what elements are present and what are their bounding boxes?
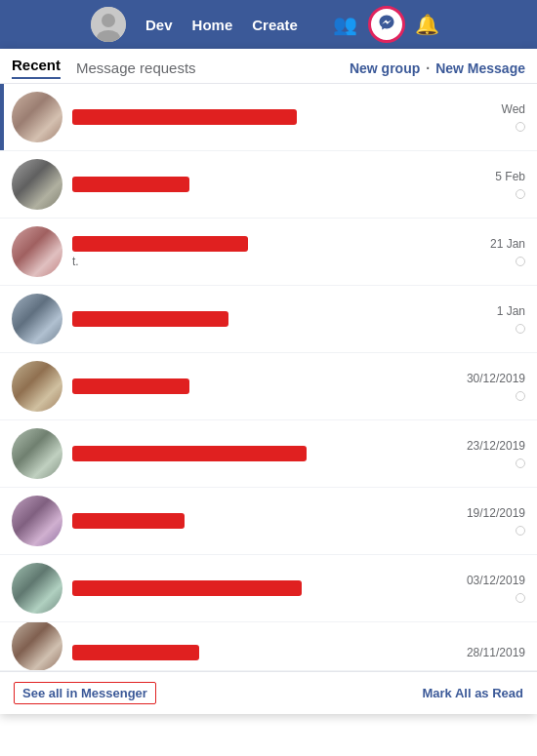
messenger-icon-button[interactable] [368,6,405,43]
message-date: 5 Feb [495,170,525,183]
redacted-name-bar [72,236,248,252]
message-meta: 19/12/2019 [457,506,525,536]
new-message-link[interactable]: New Message [435,60,525,76]
list-item[interactable]: 30/12/2019 [0,353,537,420]
list-item[interactable]: 19/12/2019 [0,488,537,555]
messenger-dropdown: Recent Message requests New group · New … [0,49,537,714]
status-dot [516,526,525,536]
status-dot [516,458,525,468]
avatar [12,92,62,142]
nav-create-link[interactable]: Create [252,17,298,33]
redacted-name-bar [72,378,189,394]
header-actions: New group · New Message [350,60,525,76]
redacted-name-bar [72,177,189,192]
panel-header: Recent Message requests New group · New … [0,49,537,84]
message-content [72,109,447,125]
messenger-icon [378,14,395,36]
message-date: 03/12/2019 [467,574,525,587]
people-icon-button[interactable]: 👥 [327,6,364,43]
message-meta: Wed [457,102,525,132]
avatar [12,361,62,412]
notifications-icon-button[interactable]: 🔔 [409,6,446,43]
redacted-name-bar [72,645,199,660]
svg-point-1 [102,14,115,27]
message-content [72,446,447,461]
message-list: Wed 5 Feb t. [0,84,537,671]
redacted-name-bar [72,513,185,529]
status-dot [516,324,525,334]
list-item[interactable]: 23/12/2019 [0,420,537,488]
message-content [72,177,447,192]
message-date: 23/12/2019 [467,439,525,453]
list-item[interactable]: 03/12/2019 [0,555,537,622]
message-content [72,580,447,596]
redacted-name-bar [72,580,302,596]
avatar [12,428,62,479]
message-meta: 30/12/2019 [457,372,525,401]
list-item[interactable]: t. 21 Jan [0,219,537,286]
message-date: 28/11/2019 [467,646,525,659]
mark-all-as-read-button[interactable]: Mark All as Read [422,686,523,700]
status-dot [516,391,525,401]
list-item[interactable]: 28/11/2019 [0,622,537,671]
status-dot [516,257,525,266]
status-dot [516,593,525,603]
avatar [12,159,62,210]
message-content [72,311,447,327]
message-date: 21 Jan [490,237,525,251]
message-content [72,378,447,394]
message-content: t. [72,236,447,268]
nav-home-link[interactable]: Home [192,17,233,33]
see-all-messenger-link[interactable]: See all in Messenger [14,682,156,704]
message-preview: t. [72,255,447,268]
list-item[interactable]: 1 Jan [0,286,537,353]
status-dot [516,189,525,199]
new-group-link[interactable]: New group [350,60,420,76]
message-meta: 23/12/2019 [457,439,525,468]
list-item[interactable]: Wed [0,84,537,151]
message-date: 19/12/2019 [467,506,525,520]
message-content [72,513,447,529]
bell-icon: 🔔 [415,13,439,36]
redacted-name-bar [72,311,228,327]
user-avatar[interactable] [91,7,126,42]
tab-recent[interactable]: Recent [12,57,61,79]
redacted-name-bar [72,446,307,461]
separator: · [426,60,430,76]
top-navigation: Dev Home Create 👥 🔔 [0,0,537,49]
people-icon: 👥 [333,13,357,36]
avatar [12,563,62,614]
message-meta: 5 Feb [457,170,525,199]
avatar [12,294,62,344]
message-content [72,637,447,660]
message-date: 1 Jan [497,304,525,318]
avatar [12,622,62,671]
message-meta: 03/12/2019 [457,574,525,603]
message-meta: 21 Jan [457,237,525,266]
message-date: Wed [502,102,525,116]
message-meta: 1 Jan [457,304,525,334]
avatar [12,226,62,277]
nav-dev-link[interactable]: Dev [145,17,173,33]
tab-message-requests[interactable]: Message requests [76,60,350,76]
message-meta: 28/11/2019 [457,646,525,659]
unread-indicator [0,84,4,150]
list-item[interactable]: 5 Feb [0,151,537,219]
panel-footer: See all in Messenger Mark All as Read [0,671,537,714]
message-date: 30/12/2019 [467,372,525,385]
status-dot [516,122,525,132]
redacted-name-bar [72,109,297,125]
avatar [12,496,62,546]
